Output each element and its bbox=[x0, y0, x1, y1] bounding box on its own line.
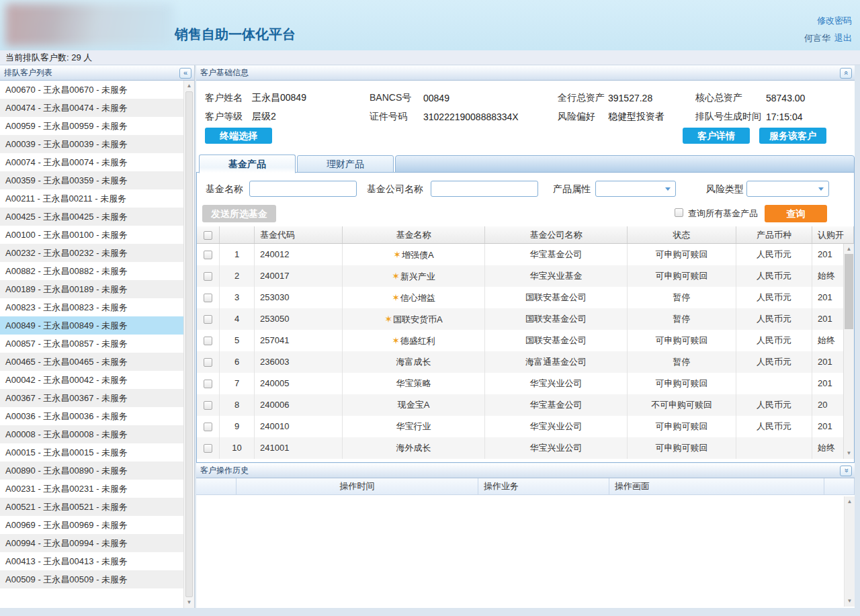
all-fund-products-checkbox[interactable] bbox=[675, 208, 683, 217]
risk-type-select[interactable] bbox=[746, 181, 829, 197]
row-checkbox[interactable] bbox=[204, 358, 212, 367]
queue-item[interactable]: A00425 - 王永昌00425 - 未服务 bbox=[0, 208, 183, 226]
queue-item[interactable]: A00015 - 王永昌00015 - 未服务 bbox=[0, 443, 183, 461]
fund-table-row: 2240017✶新兴产业华宝兴业基金可申购可赎回人民币元始终 bbox=[197, 265, 854, 287]
fund-company: 华宝基金公司 bbox=[485, 244, 628, 265]
fund-name-text: 海外成长 bbox=[396, 443, 431, 453]
customer-info-collapse-button[interactable]: « bbox=[840, 68, 852, 79]
queue-item[interactable]: A00231 - 王永昌00231 - 未服务 bbox=[0, 480, 183, 498]
queue-item[interactable]: A00670 - 王永昌00670 - 未服务 bbox=[0, 81, 183, 99]
queue-item[interactable]: A00474 - 王永昌00474 - 未服务 bbox=[0, 99, 183, 117]
queue-item[interactable]: A00211 - 王永昌00211 - 未服务 bbox=[0, 189, 183, 208]
queue-scrollbar-thumb[interactable] bbox=[185, 91, 193, 597]
change-password-link[interactable]: 修改密码 bbox=[817, 15, 852, 26]
field-label: 风险偏好 bbox=[558, 111, 608, 123]
fund-table-scrollbar[interactable]: ▲ ▼ bbox=[843, 244, 854, 459]
tab-fund-products[interactable]: 基金产品 bbox=[199, 155, 296, 173]
send-selected-funds-button[interactable]: 发送所选基金 bbox=[202, 205, 276, 222]
field-label: 核心总资产 bbox=[695, 92, 766, 104]
queue-item[interactable]: A00413 - 王永昌00413 - 未服务 bbox=[0, 552, 183, 570]
queue-panel-title: 排队客户列表 bbox=[4, 68, 52, 77]
logout-link[interactable]: 退出 bbox=[834, 33, 852, 43]
row-checkbox[interactable] bbox=[204, 337, 212, 345]
queue-item[interactable]: A00367 - 王永昌00367 - 未服务 bbox=[0, 389, 183, 407]
field-value: 王永昌00849 bbox=[252, 92, 370, 104]
customer-detail-button[interactable]: 客户详情 bbox=[683, 128, 750, 144]
queue-item[interactable]: A00890 - 王永昌00890 - 未服务 bbox=[0, 461, 183, 480]
fund-row-number: 5 bbox=[220, 330, 255, 351]
queue-item[interactable]: A00465 - 王永昌00465 - 未服务 bbox=[0, 353, 183, 371]
queue-item[interactable]: A00994 - 王永昌00994 - 未服务 bbox=[0, 534, 183, 552]
row-checkbox[interactable] bbox=[204, 272, 212, 281]
fund-table-row: 5257041✶德盛红利国联安基金公司可申购可赎回人民币元始终 bbox=[197, 330, 854, 351]
history-empty-column-header bbox=[196, 478, 236, 494]
query-button[interactable]: 查询 bbox=[765, 205, 827, 222]
history-collapse-button[interactable]: « bbox=[840, 466, 852, 476]
customer-info-header: 客户基础信息 « bbox=[196, 65, 855, 81]
scroll-up-icon[interactable]: ▲ bbox=[184, 81, 194, 91]
row-checkbox[interactable] bbox=[204, 444, 212, 453]
username-label: 何言华 bbox=[804, 33, 830, 43]
queue-item[interactable]: A00100 - 王永昌00100 - 未服务 bbox=[0, 226, 183, 244]
fund-name-input[interactable] bbox=[249, 181, 357, 197]
collapse-left-icon: « bbox=[183, 69, 187, 77]
fund-status: 可申购可赎回 bbox=[628, 416, 736, 437]
queue-item[interactable]: A00849 - 王永昌00849 - 未服务 bbox=[0, 316, 183, 335]
fund-name-text: 海富成长 bbox=[396, 357, 431, 367]
queue-item[interactable]: A00074 - 王永昌00074 - 未服务 bbox=[0, 153, 183, 171]
tab-strip-filler bbox=[395, 155, 855, 173]
queue-item[interactable]: A00521 - 王永昌00521 - 未服务 bbox=[0, 498, 183, 516]
field-label: 客户姓名 bbox=[205, 92, 252, 104]
row-checkbox[interactable] bbox=[204, 315, 212, 324]
row-checkbox[interactable] bbox=[204, 401, 212, 410]
queue-item[interactable]: A00882 - 王永昌00882 - 未服务 bbox=[0, 262, 183, 280]
product-attr-select[interactable] bbox=[595, 181, 676, 197]
fund-currency: 人民币元 bbox=[736, 351, 812, 373]
sidebar-collapse-button[interactable]: « bbox=[179, 68, 191, 79]
subscribe-open-column-header: 认购开 bbox=[812, 226, 854, 243]
queue-item[interactable]: A00857 - 王永昌00857 - 未服务 bbox=[0, 335, 183, 353]
queue-item[interactable]: A00232 - 王永昌00232 - 未服务 bbox=[0, 244, 183, 262]
fund-company-label: 基金公司名称 bbox=[367, 183, 423, 195]
queue-item[interactable]: A00823 - 王永昌00823 - 未服务 bbox=[0, 298, 183, 316]
terminal-select-button[interactable]: 终端选择 bbox=[205, 128, 272, 144]
fund-scrollbar-thumb[interactable] bbox=[845, 254, 853, 329]
select-all-checkbox[interactable] bbox=[204, 231, 212, 240]
field-value: 00849 bbox=[423, 93, 558, 103]
field-label: 全行总资产 bbox=[558, 92, 608, 104]
fund-company: 华宝兴业公司 bbox=[485, 437, 628, 459]
tab-wealth-products[interactable]: 理财产品 bbox=[297, 155, 394, 173]
scroll-up-icon[interactable]: ▲ bbox=[844, 245, 854, 254]
queue-item[interactable]: A00008 - 王永昌00008 - 未服务 bbox=[0, 425, 183, 443]
fund-row-number: 7 bbox=[220, 373, 255, 394]
queue-item[interactable]: A00036 - 王永昌00036 - 未服务 bbox=[0, 407, 183, 425]
fund-company: 海富通基金公司 bbox=[485, 351, 628, 373]
fund-status: 暂停 bbox=[628, 287, 736, 308]
row-checkbox[interactable] bbox=[204, 423, 212, 431]
scroll-down-icon[interactable]: ▼ bbox=[184, 598, 194, 607]
history-scrollbar[interactable]: ▲ ▼ bbox=[844, 496, 855, 607]
queue-item[interactable]: A00359 - 王永昌00359 - 未服务 bbox=[0, 171, 183, 189]
queue-item[interactable]: A00509 - 王永昌00509 - 未服务 bbox=[0, 570, 183, 588]
fund-name: ✶增强债A bbox=[343, 244, 485, 265]
customer-info-title: 客户基础信息 bbox=[200, 68, 249, 77]
queue-item[interactable]: A00189 - 王永昌00189 - 未服务 bbox=[0, 280, 183, 298]
queue-item[interactable]: A00042 - 王永昌00042 - 未服务 bbox=[0, 371, 183, 389]
star-icon: ✶ bbox=[392, 335, 400, 346]
scroll-down-icon[interactable]: ▼ bbox=[844, 449, 854, 458]
row-checkbox[interactable] bbox=[204, 294, 212, 302]
fund-status: 暂停 bbox=[628, 351, 736, 373]
queue-item[interactable]: A00039 - 王永昌00039 - 未服务 bbox=[0, 135, 183, 153]
fund-currency: 人民币元 bbox=[736, 308, 812, 330]
serve-customer-button[interactable]: 服务该客户 bbox=[759, 128, 826, 144]
fund-name-text: 信心增益 bbox=[400, 293, 435, 303]
queue-scrollbar[interactable]: ▲ ▼ bbox=[183, 81, 194, 608]
row-checkbox[interactable] bbox=[204, 251, 212, 259]
queue-item[interactable]: A00959 - 王永昌00959 - 未服务 bbox=[0, 117, 183, 135]
queue-item[interactable]: A00969 - 王永昌00969 - 未服务 bbox=[0, 516, 183, 534]
row-checkbox[interactable] bbox=[204, 380, 212, 388]
scroll-up-icon[interactable]: ▲ bbox=[845, 497, 855, 507]
fund-currency: 人民币元 bbox=[736, 330, 812, 351]
fund-company-input[interactable] bbox=[431, 181, 538, 197]
scroll-down-icon[interactable]: ▼ bbox=[845, 597, 855, 606]
